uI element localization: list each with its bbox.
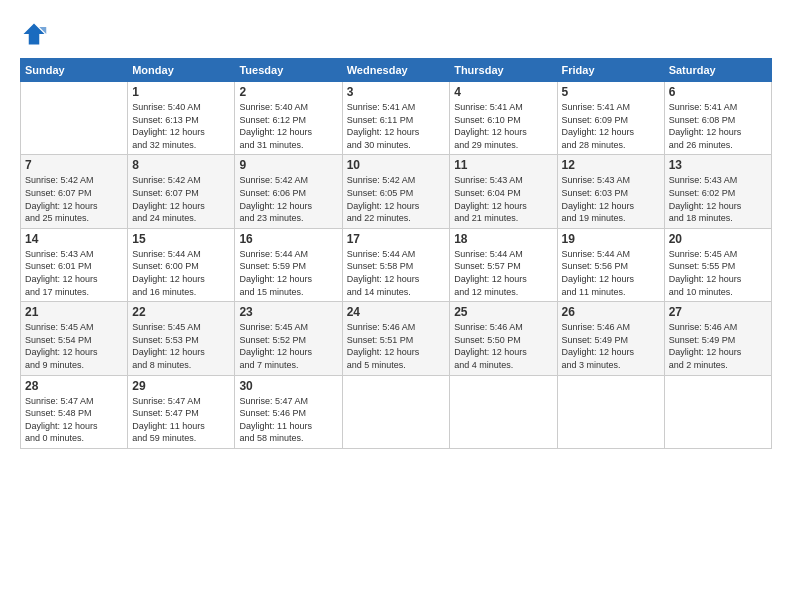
logo-icon — [20, 20, 48, 48]
calendar-cell: 15Sunrise: 5:44 AM Sunset: 6:00 PM Dayli… — [128, 228, 235, 301]
day-number: 17 — [347, 232, 445, 246]
calendar-cell: 24Sunrise: 5:46 AM Sunset: 5:51 PM Dayli… — [342, 302, 449, 375]
day-info: Sunrise: 5:41 AM Sunset: 6:11 PM Dayligh… — [347, 101, 445, 151]
calendar-cell: 28Sunrise: 5:47 AM Sunset: 5:48 PM Dayli… — [21, 375, 128, 448]
day-number: 8 — [132, 158, 230, 172]
calendar-cell: 19Sunrise: 5:44 AM Sunset: 5:56 PM Dayli… — [557, 228, 664, 301]
weekday-header-thursday: Thursday — [450, 59, 557, 82]
week-row-1: 7Sunrise: 5:42 AM Sunset: 6:07 PM Daylig… — [21, 155, 772, 228]
day-info: Sunrise: 5:42 AM Sunset: 6:07 PM Dayligh… — [25, 174, 123, 224]
weekday-header-tuesday: Tuesday — [235, 59, 342, 82]
day-number: 3 — [347, 85, 445, 99]
day-info: Sunrise: 5:45 AM Sunset: 5:53 PM Dayligh… — [132, 321, 230, 371]
calendar-cell: 17Sunrise: 5:44 AM Sunset: 5:58 PM Dayli… — [342, 228, 449, 301]
calendar-cell: 6Sunrise: 5:41 AM Sunset: 6:08 PM Daylig… — [664, 82, 771, 155]
calendar-cell — [557, 375, 664, 448]
calendar-cell — [664, 375, 771, 448]
day-number: 27 — [669, 305, 767, 319]
day-number: 1 — [132, 85, 230, 99]
weekday-header-row: SundayMondayTuesdayWednesdayThursdayFrid… — [21, 59, 772, 82]
day-number: 22 — [132, 305, 230, 319]
day-info: Sunrise: 5:41 AM Sunset: 6:09 PM Dayligh… — [562, 101, 660, 151]
day-info: Sunrise: 5:46 AM Sunset: 5:50 PM Dayligh… — [454, 321, 552, 371]
day-info: Sunrise: 5:44 AM Sunset: 5:58 PM Dayligh… — [347, 248, 445, 298]
weekday-header-monday: Monday — [128, 59, 235, 82]
weekday-header-friday: Friday — [557, 59, 664, 82]
day-number: 18 — [454, 232, 552, 246]
day-info: Sunrise: 5:42 AM Sunset: 6:07 PM Dayligh… — [132, 174, 230, 224]
day-info: Sunrise: 5:46 AM Sunset: 5:49 PM Dayligh… — [669, 321, 767, 371]
day-info: Sunrise: 5:42 AM Sunset: 6:06 PM Dayligh… — [239, 174, 337, 224]
week-row-3: 21Sunrise: 5:45 AM Sunset: 5:54 PM Dayli… — [21, 302, 772, 375]
svg-marker-0 — [24, 24, 45, 45]
day-info: Sunrise: 5:44 AM Sunset: 5:59 PM Dayligh… — [239, 248, 337, 298]
calendar-cell: 4Sunrise: 5:41 AM Sunset: 6:10 PM Daylig… — [450, 82, 557, 155]
day-number: 21 — [25, 305, 123, 319]
day-number: 7 — [25, 158, 123, 172]
calendar-cell: 18Sunrise: 5:44 AM Sunset: 5:57 PM Dayli… — [450, 228, 557, 301]
day-info: Sunrise: 5:43 AM Sunset: 6:04 PM Dayligh… — [454, 174, 552, 224]
day-number: 28 — [25, 379, 123, 393]
day-info: Sunrise: 5:47 AM Sunset: 5:47 PM Dayligh… — [132, 395, 230, 445]
weekday-header-saturday: Saturday — [664, 59, 771, 82]
day-number: 14 — [25, 232, 123, 246]
calendar-cell: 2Sunrise: 5:40 AM Sunset: 6:12 PM Daylig… — [235, 82, 342, 155]
day-info: Sunrise: 5:43 AM Sunset: 6:01 PM Dayligh… — [25, 248, 123, 298]
logo — [20, 20, 52, 48]
day-number: 20 — [669, 232, 767, 246]
day-info: Sunrise: 5:42 AM Sunset: 6:05 PM Dayligh… — [347, 174, 445, 224]
day-number: 4 — [454, 85, 552, 99]
day-number: 5 — [562, 85, 660, 99]
day-number: 2 — [239, 85, 337, 99]
day-number: 26 — [562, 305, 660, 319]
day-number: 9 — [239, 158, 337, 172]
calendar-cell: 11Sunrise: 5:43 AM Sunset: 6:04 PM Dayli… — [450, 155, 557, 228]
day-info: Sunrise: 5:46 AM Sunset: 5:51 PM Dayligh… — [347, 321, 445, 371]
day-info: Sunrise: 5:45 AM Sunset: 5:54 PM Dayligh… — [25, 321, 123, 371]
day-info: Sunrise: 5:45 AM Sunset: 5:55 PM Dayligh… — [669, 248, 767, 298]
day-number: 23 — [239, 305, 337, 319]
calendar-cell: 8Sunrise: 5:42 AM Sunset: 6:07 PM Daylig… — [128, 155, 235, 228]
day-number: 16 — [239, 232, 337, 246]
calendar-cell: 20Sunrise: 5:45 AM Sunset: 5:55 PM Dayli… — [664, 228, 771, 301]
day-number: 29 — [132, 379, 230, 393]
calendar-cell: 21Sunrise: 5:45 AM Sunset: 5:54 PM Dayli… — [21, 302, 128, 375]
day-info: Sunrise: 5:41 AM Sunset: 6:08 PM Dayligh… — [669, 101, 767, 151]
day-info: Sunrise: 5:44 AM Sunset: 6:00 PM Dayligh… — [132, 248, 230, 298]
day-number: 24 — [347, 305, 445, 319]
day-number: 10 — [347, 158, 445, 172]
calendar-cell: 30Sunrise: 5:47 AM Sunset: 5:46 PM Dayli… — [235, 375, 342, 448]
weekday-header-sunday: Sunday — [21, 59, 128, 82]
weekday-header-wednesday: Wednesday — [342, 59, 449, 82]
calendar-cell: 22Sunrise: 5:45 AM Sunset: 5:53 PM Dayli… — [128, 302, 235, 375]
day-number: 19 — [562, 232, 660, 246]
week-row-0: 1Sunrise: 5:40 AM Sunset: 6:13 PM Daylig… — [21, 82, 772, 155]
day-number: 11 — [454, 158, 552, 172]
day-info: Sunrise: 5:44 AM Sunset: 5:56 PM Dayligh… — [562, 248, 660, 298]
day-info: Sunrise: 5:41 AM Sunset: 6:10 PM Dayligh… — [454, 101, 552, 151]
calendar-cell — [342, 375, 449, 448]
calendar-cell: 29Sunrise: 5:47 AM Sunset: 5:47 PM Dayli… — [128, 375, 235, 448]
calendar-cell: 10Sunrise: 5:42 AM Sunset: 6:05 PM Dayli… — [342, 155, 449, 228]
calendar-cell: 14Sunrise: 5:43 AM Sunset: 6:01 PM Dayli… — [21, 228, 128, 301]
day-info: Sunrise: 5:43 AM Sunset: 6:03 PM Dayligh… — [562, 174, 660, 224]
calendar-cell: 5Sunrise: 5:41 AM Sunset: 6:09 PM Daylig… — [557, 82, 664, 155]
calendar-cell: 3Sunrise: 5:41 AM Sunset: 6:11 PM Daylig… — [342, 82, 449, 155]
calendar-cell: 13Sunrise: 5:43 AM Sunset: 6:02 PM Dayli… — [664, 155, 771, 228]
calendar-cell: 25Sunrise: 5:46 AM Sunset: 5:50 PM Dayli… — [450, 302, 557, 375]
day-number: 12 — [562, 158, 660, 172]
day-number: 30 — [239, 379, 337, 393]
calendar-cell: 27Sunrise: 5:46 AM Sunset: 5:49 PM Dayli… — [664, 302, 771, 375]
day-number: 25 — [454, 305, 552, 319]
day-info: Sunrise: 5:44 AM Sunset: 5:57 PM Dayligh… — [454, 248, 552, 298]
calendar-cell — [450, 375, 557, 448]
calendar-cell: 7Sunrise: 5:42 AM Sunset: 6:07 PM Daylig… — [21, 155, 128, 228]
day-info: Sunrise: 5:43 AM Sunset: 6:02 PM Dayligh… — [669, 174, 767, 224]
calendar-cell: 9Sunrise: 5:42 AM Sunset: 6:06 PM Daylig… — [235, 155, 342, 228]
calendar-cell: 16Sunrise: 5:44 AM Sunset: 5:59 PM Dayli… — [235, 228, 342, 301]
day-info: Sunrise: 5:47 AM Sunset: 5:46 PM Dayligh… — [239, 395, 337, 445]
header — [20, 20, 772, 48]
day-number: 15 — [132, 232, 230, 246]
day-info: Sunrise: 5:46 AM Sunset: 5:49 PM Dayligh… — [562, 321, 660, 371]
calendar-cell: 26Sunrise: 5:46 AM Sunset: 5:49 PM Dayli… — [557, 302, 664, 375]
